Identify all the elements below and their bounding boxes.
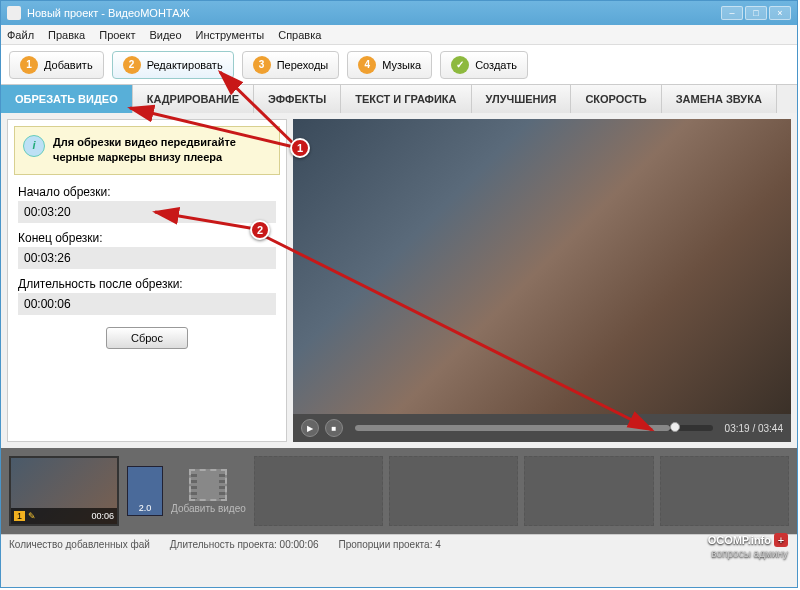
hint-text: Для обрезки видео передвигайте черные ма… <box>53 135 271 166</box>
empty-slot[interactable] <box>524 456 653 526</box>
info-icon: i <box>23 135 45 157</box>
step-add[interactable]: 1Добавить <box>9 51 104 79</box>
tab-crop[interactable]: КАДРИРОВАНИЕ <box>133 85 254 113</box>
menu-project[interactable]: Проект <box>99 29 135 41</box>
trim-start-label: Начало обрезки: <box>18 185 276 199</box>
transition-clip[interactable]: 2.0 <box>127 466 163 516</box>
empty-slot[interactable] <box>660 456 789 526</box>
menu-edit[interactable]: Правка <box>48 29 85 41</box>
trim-duration-label: Длительность после обрезки: <box>18 277 276 291</box>
menubar: Файл Правка Проект Видео Инструменты Спр… <box>1 25 797 45</box>
clip-duration: 00:06 <box>91 511 114 521</box>
hint-box: i Для обрезки видео передвигайте черные … <box>14 126 280 175</box>
maximize-button[interactable]: □ <box>745 6 767 20</box>
menu-tools[interactable]: Инструменты <box>196 29 265 41</box>
step-music[interactable]: 4Музыка <box>347 51 432 79</box>
seek-knob[interactable] <box>670 422 680 432</box>
menu-video[interactable]: Видео <box>149 29 181 41</box>
status-duration: Длительность проекта: 00:00:06 <box>170 539 319 550</box>
app-icon <box>7 6 21 20</box>
status-proportions: Пропорции проекта: 4 <box>339 539 441 550</box>
trim-end-value[interactable]: 00:03:26 <box>18 247 276 269</box>
titlebar: Новый проект - ВидеоМОНТАЖ – □ × <box>1 1 797 25</box>
timeline-clip[interactable]: 1 ✎ 00:06 <box>9 456 119 526</box>
player-time: 03:19 / 03:44 <box>725 423 783 434</box>
statusbar: Количество добавленных фай Длительность … <box>1 534 797 554</box>
minimize-button[interactable]: – <box>721 6 743 20</box>
status-files: Количество добавленных фай <box>9 539 150 550</box>
play-button[interactable]: ▶ <box>301 419 319 437</box>
film-icon <box>189 469 227 501</box>
tab-speed[interactable]: СКОРОСТЬ <box>571 85 661 113</box>
step-create[interactable]: ✓Создать <box>440 51 528 79</box>
tab-effects[interactable]: ЭФФЕКТЫ <box>254 85 341 113</box>
pencil-icon[interactable]: ✎ <box>28 511 36 521</box>
empty-slot[interactable] <box>389 456 518 526</box>
step-transitions[interactable]: 3Переходы <box>242 51 340 79</box>
trim-duration-value: 00:00:06 <box>18 293 276 315</box>
add-video-button[interactable]: Добавить видео <box>171 469 246 514</box>
tab-audio[interactable]: ЗАМЕНА ЗВУКА <box>662 85 777 113</box>
menu-file[interactable]: Файл <box>7 29 34 41</box>
timeline: 1 ✎ 00:06 2.0 Добавить видео <box>1 448 797 534</box>
watermark: OCOMP.info+ вопросы админу <box>708 533 788 560</box>
menu-help[interactable]: Справка <box>278 29 321 41</box>
edit-tabs: ОБРЕЗАТЬ ВИДЕО КАДРИРОВАНИЕ ЭФФЕКТЫ ТЕКС… <box>1 85 797 113</box>
annotation-marker-1: 1 <box>290 138 310 158</box>
video-frame[interactable] <box>293 119 791 414</box>
seek-bar[interactable] <box>355 425 713 431</box>
clip-index: 1 <box>14 511 25 521</box>
empty-slot[interactable] <box>254 456 383 526</box>
step-toolbar: 1Добавить 2Редактировать 3Переходы 4Музы… <box>1 45 797 85</box>
tab-text[interactable]: ТЕКСТ И ГРАФИКА <box>341 85 471 113</box>
reset-button[interactable]: Сброс <box>106 327 188 349</box>
tab-enhance[interactable]: УЛУЧШЕНИЯ <box>472 85 572 113</box>
trim-start-value[interactable]: 00:03:20 <box>18 201 276 223</box>
player-controls: ▶ ■ 03:19 / 03:44 <box>293 414 791 442</box>
step-edit[interactable]: 2Редактировать <box>112 51 234 79</box>
tab-trim[interactable]: ОБРЕЗАТЬ ВИДЕО <box>1 85 133 113</box>
window-title: Новый проект - ВидеоМОНТАЖ <box>27 7 190 19</box>
trim-end-label: Конец обрезки: <box>18 231 276 245</box>
annotation-marker-2: 2 <box>250 220 270 240</box>
stop-button[interactable]: ■ <box>325 419 343 437</box>
video-player: ▶ ■ 03:19 / 03:44 <box>293 119 791 442</box>
close-button[interactable]: × <box>769 6 791 20</box>
trim-panel: i Для обрезки видео передвигайте черные … <box>7 119 287 442</box>
